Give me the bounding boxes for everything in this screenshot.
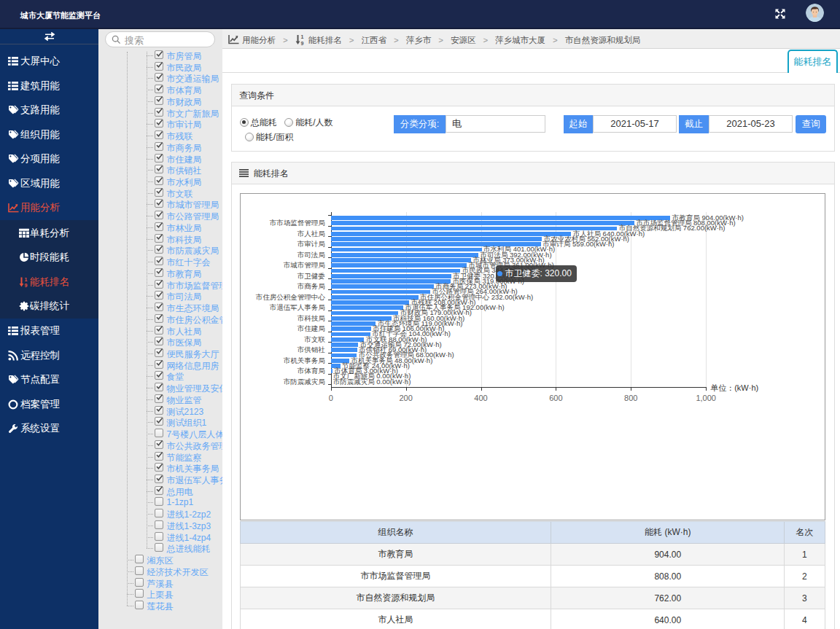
- svg-text:9: 9: [300, 41, 303, 46]
- svg-text:9: 9: [25, 283, 28, 288]
- svg-text:1: 1: [300, 34, 303, 39]
- svg-text:1: 1: [25, 276, 28, 281]
